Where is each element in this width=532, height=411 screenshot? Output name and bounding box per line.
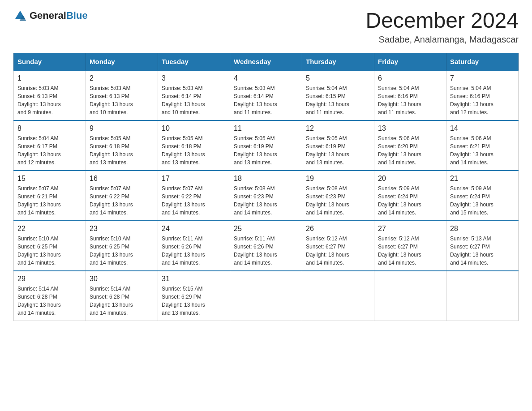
table-row: 22Sunrise: 5:10 AMSunset: 6:25 PMDayligh… [14, 221, 86, 271]
table-row: 14Sunrise: 5:06 AMSunset: 6:21 PMDayligh… [446, 120, 519, 171]
day-number: 7 [450, 74, 515, 82]
table-row: 11Sunrise: 5:05 AMSunset: 6:19 PMDayligh… [230, 120, 302, 171]
header-thursday: Thursday [302, 53, 374, 70]
day-detail: Sunrise: 5:10 AMSunset: 6:25 PMDaylight:… [17, 235, 82, 267]
table-row: 30Sunrise: 5:14 AMSunset: 6:28 PMDayligh… [86, 271, 158, 321]
calendar-title: December 2024 [365, 9, 519, 33]
day-detail: Sunrise: 5:04 AMSunset: 6:15 PMDaylight:… [306, 84, 370, 116]
day-number: 13 [378, 124, 442, 133]
day-detail: Sunrise: 5:07 AMSunset: 6:22 PMDaylight:… [90, 184, 154, 217]
day-detail: Sunrise: 5:08 AMSunset: 6:23 PMDaylight:… [234, 184, 298, 217]
day-detail: Sunrise: 5:06 AMSunset: 6:21 PMDaylight:… [450, 134, 515, 167]
calendar-table: Sunday Monday Tuesday Wednesday Thursday… [13, 53, 519, 321]
day-detail: Sunrise: 5:05 AMSunset: 6:18 PMDaylight:… [90, 134, 154, 167]
table-row: 16Sunrise: 5:07 AMSunset: 6:22 PMDayligh… [86, 171, 158, 221]
day-number: 1 [17, 74, 82, 82]
day-number: 9 [90, 124, 154, 133]
day-number: 23 [90, 225, 154, 233]
table-row [302, 271, 374, 321]
day-detail: Sunrise: 5:13 AMSunset: 6:27 PMDaylight:… [450, 235, 515, 267]
table-row [230, 271, 302, 321]
day-number: 30 [90, 275, 154, 283]
table-row: 28Sunrise: 5:13 AMSunset: 6:27 PMDayligh… [446, 221, 519, 271]
day-detail: Sunrise: 5:10 AMSunset: 6:25 PMDaylight:… [90, 235, 154, 267]
table-row: 20Sunrise: 5:09 AMSunset: 6:24 PMDayligh… [374, 171, 446, 221]
day-detail: Sunrise: 5:05 AMSunset: 6:19 PMDaylight:… [306, 134, 370, 167]
day-number: 12 [306, 124, 370, 133]
day-number: 11 [234, 124, 298, 133]
day-number: 19 [306, 175, 370, 183]
day-detail: Sunrise: 5:14 AMSunset: 6:28 PMDaylight:… [90, 285, 154, 317]
calendar-week-row: 22Sunrise: 5:10 AMSunset: 6:25 PMDayligh… [14, 221, 519, 271]
header-tuesday: Tuesday [158, 53, 230, 70]
title-block: December 2024 Sadabe, Analamanga, Madaga… [365, 9, 519, 45]
table-row: 9Sunrise: 5:05 AMSunset: 6:18 PMDaylight… [86, 120, 158, 171]
table-row: 2Sunrise: 5:03 AMSunset: 6:13 PMDaylight… [86, 70, 158, 120]
day-number: 31 [162, 275, 226, 283]
day-number: 4 [234, 74, 298, 82]
day-detail: Sunrise: 5:06 AMSunset: 6:20 PMDaylight:… [378, 134, 442, 167]
logo: GeneralBlue [13, 9, 88, 22]
day-number: 16 [90, 175, 154, 183]
day-number: 28 [450, 225, 515, 233]
table-row: 15Sunrise: 5:07 AMSunset: 6:21 PMDayligh… [14, 171, 86, 221]
table-row: 3Sunrise: 5:03 AMSunset: 6:14 PMDaylight… [158, 70, 230, 120]
day-number: 15 [17, 175, 82, 183]
calendar-week-row: 8Sunrise: 5:04 AMSunset: 6:17 PMDaylight… [14, 120, 519, 171]
logo-icon [13, 9, 27, 22]
day-detail: Sunrise: 5:04 AMSunset: 6:16 PMDaylight:… [450, 84, 515, 116]
table-row: 18Sunrise: 5:08 AMSunset: 6:23 PMDayligh… [230, 171, 302, 221]
day-number: 2 [90, 74, 154, 82]
table-row: 8Sunrise: 5:04 AMSunset: 6:17 PMDaylight… [14, 120, 86, 171]
table-row: 19Sunrise: 5:08 AMSunset: 6:23 PMDayligh… [302, 171, 374, 221]
header-monday: Monday [86, 53, 158, 70]
table-row: 27Sunrise: 5:12 AMSunset: 6:27 PMDayligh… [374, 221, 446, 271]
logo-general-text: General [30, 10, 66, 21]
table-row: 23Sunrise: 5:10 AMSunset: 6:25 PMDayligh… [86, 221, 158, 271]
day-number: 29 [17, 275, 82, 283]
day-detail: Sunrise: 5:08 AMSunset: 6:23 PMDaylight:… [306, 184, 370, 217]
day-detail: Sunrise: 5:12 AMSunset: 6:27 PMDaylight:… [378, 235, 442, 267]
header-wednesday: Wednesday [230, 53, 302, 70]
day-number: 22 [17, 225, 82, 233]
day-detail: Sunrise: 5:09 AMSunset: 6:24 PMDaylight:… [378, 184, 442, 217]
day-number: 3 [162, 74, 226, 82]
day-number: 8 [17, 124, 82, 133]
day-detail: Sunrise: 5:07 AMSunset: 6:22 PMDaylight:… [162, 184, 226, 217]
calendar-week-row: 1Sunrise: 5:03 AMSunset: 6:13 PMDaylight… [14, 70, 519, 120]
day-number: 5 [306, 74, 370, 82]
table-row [374, 271, 446, 321]
day-number: 27 [378, 225, 442, 233]
table-row: 13Sunrise: 5:06 AMSunset: 6:20 PMDayligh… [374, 120, 446, 171]
table-row: 26Sunrise: 5:12 AMSunset: 6:27 PMDayligh… [302, 221, 374, 271]
day-detail: Sunrise: 5:12 AMSunset: 6:27 PMDaylight:… [306, 235, 370, 267]
calendar-week-row: 15Sunrise: 5:07 AMSunset: 6:21 PMDayligh… [14, 171, 519, 221]
table-row: 21Sunrise: 5:09 AMSunset: 6:24 PMDayligh… [446, 171, 519, 221]
day-number: 14 [450, 124, 515, 133]
day-detail: Sunrise: 5:04 AMSunset: 6:17 PMDaylight:… [17, 134, 82, 167]
day-detail: Sunrise: 5:15 AMSunset: 6:29 PMDaylight:… [162, 285, 226, 317]
table-row: 29Sunrise: 5:14 AMSunset: 6:28 PMDayligh… [14, 271, 86, 321]
table-row: 4Sunrise: 5:03 AMSunset: 6:14 PMDaylight… [230, 70, 302, 120]
day-number: 25 [234, 225, 298, 233]
day-detail: Sunrise: 5:04 AMSunset: 6:16 PMDaylight:… [378, 84, 442, 116]
day-detail: Sunrise: 5:14 AMSunset: 6:28 PMDaylight:… [17, 285, 82, 317]
day-number: 21 [450, 175, 515, 183]
day-number: 10 [162, 124, 226, 133]
table-row: 1Sunrise: 5:03 AMSunset: 6:13 PMDaylight… [14, 70, 86, 120]
header-friday: Friday [374, 53, 446, 70]
header-sunday: Sunday [14, 53, 86, 70]
table-row: 31Sunrise: 5:15 AMSunset: 6:29 PMDayligh… [158, 271, 230, 321]
table-row [446, 271, 519, 321]
table-row: 5Sunrise: 5:04 AMSunset: 6:15 PMDaylight… [302, 70, 374, 120]
calendar-header-row: Sunday Monday Tuesday Wednesday Thursday… [14, 53, 519, 70]
day-number: 18 [234, 175, 298, 183]
day-number: 6 [378, 74, 442, 82]
logo-blue-text: Blue [66, 10, 88, 21]
table-row: 12Sunrise: 5:05 AMSunset: 6:19 PMDayligh… [302, 120, 374, 171]
page-header: GeneralBlue December 2024 Sadabe, Analam… [13, 9, 519, 45]
table-row: 7Sunrise: 5:04 AMSunset: 6:16 PMDaylight… [446, 70, 519, 120]
table-row: 25Sunrise: 5:11 AMSunset: 6:26 PMDayligh… [230, 221, 302, 271]
day-number: 20 [378, 175, 442, 183]
table-row: 24Sunrise: 5:11 AMSunset: 6:26 PMDayligh… [158, 221, 230, 271]
